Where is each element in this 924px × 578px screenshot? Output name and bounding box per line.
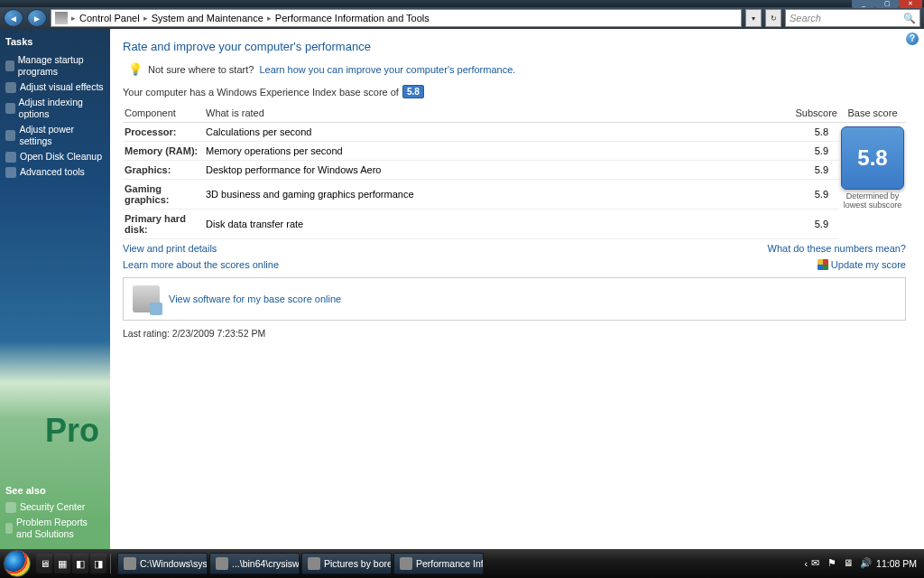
tray-icon[interactable]: 🔊 xyxy=(860,557,873,570)
task-visual-effects[interactable]: Adjust visual effects xyxy=(5,79,105,95)
seealso-problem-reports[interactable]: Problem Reports and Solutions xyxy=(5,515,105,542)
seealso-heading: See also xyxy=(5,485,105,496)
task-indexing[interactable]: Adjust indexing options xyxy=(5,95,105,122)
hint-text: Not sure where to start? xyxy=(148,64,254,75)
forward-button[interactable]: ► xyxy=(27,9,47,27)
col-basescore: Base score xyxy=(839,104,906,123)
tray-icon[interactable]: ⚑ xyxy=(827,557,840,570)
content-pane: ? Rate and improve your computer's perfo… xyxy=(110,29,924,549)
report-icon xyxy=(5,523,13,534)
chevron-right-icon: ▸ xyxy=(143,14,148,23)
task-advanced[interactable]: Advanced tools xyxy=(5,164,105,180)
col-component: Component xyxy=(123,104,204,123)
tray-icon[interactable]: ✉ xyxy=(811,557,824,570)
hint-link[interactable]: Learn how you can improve your computer'… xyxy=(259,64,515,75)
taskbar-item[interactable]: Performance Inform... xyxy=(393,553,484,574)
quicklaunch-app[interactable]: ◧ xyxy=(72,554,88,573)
task-manage-startup[interactable]: Manage startup programs xyxy=(5,52,105,79)
security-icon xyxy=(5,502,16,513)
titlebar: _ ▢ ✕ xyxy=(0,0,924,7)
seealso-security-center[interactable]: Security Center xyxy=(5,499,105,515)
close-button[interactable]: ✕ xyxy=(899,0,922,8)
navbar: ◄ ► ▸ Control Panel ▸ System and Mainten… xyxy=(0,7,924,29)
software-icon xyxy=(133,285,160,312)
shield-icon xyxy=(5,103,15,114)
col-subscore: Subscore xyxy=(785,104,839,123)
table-row: Processor:Calculations per second5.8 5.8… xyxy=(123,123,906,142)
quicklaunch-app2[interactable]: ◨ xyxy=(90,554,106,573)
page-title: Rate and improve your computer's perform… xyxy=(123,40,906,53)
search-input[interactable]: Search 🔍 xyxy=(785,9,920,27)
back-button[interactable]: ◄ xyxy=(4,9,23,27)
start-button[interactable] xyxy=(4,550,31,577)
maximize-button[interactable]: ▢ xyxy=(875,0,899,8)
watermark-text: Pro xyxy=(45,412,99,450)
bulb-icon: 💡 xyxy=(128,62,143,76)
quicklaunch-switch[interactable]: ▦ xyxy=(54,554,70,573)
system-tray: ‹ ✉ ⚑ 🖥 🔊 11:08 PM xyxy=(805,557,920,570)
crumb-system-maintenance[interactable]: System and Maintenance xyxy=(152,13,263,23)
tasks-heading: Tasks xyxy=(5,36,105,47)
shield-icon xyxy=(5,82,16,93)
table-row: Gaming graphics:3D business and gaming g… xyxy=(123,180,906,210)
last-rating-text: Last rating: 2/23/2009 7:23:52 PM xyxy=(123,328,906,339)
taskbar-item[interactable]: ...\bin64\crysiswarsd... xyxy=(209,553,300,574)
software-box: View software for my base score online xyxy=(123,277,906,321)
what-numbers-link[interactable]: What do these numbers mean? xyxy=(768,243,906,254)
breadcrumb[interactable]: ▸ Control Panel ▸ System and Maintenance… xyxy=(51,9,742,27)
clock[interactable]: 11:08 PM xyxy=(876,558,917,569)
browser-icon xyxy=(308,557,320,570)
learn-more-link[interactable]: Learn more about the scores online xyxy=(123,259,279,270)
score-badge: 5.8 xyxy=(402,85,424,98)
score-pretext: Your computer has a Windows Experience I… xyxy=(123,87,399,98)
breadcrumb-dropdown[interactable]: ▾ xyxy=(745,9,762,27)
refresh-button[interactable]: ↻ xyxy=(765,9,781,27)
taskbar: 🖥 ▦ ◧ ◨ C:\Windows\system... ...\bin64\c… xyxy=(0,549,924,578)
scores-table: Component What is rated Subscore Base sc… xyxy=(123,104,906,239)
help-icon[interactable]: ? xyxy=(906,33,919,45)
tray-icon[interactable]: 🖥 xyxy=(844,557,856,570)
view-print-link[interactable]: View and print details xyxy=(123,243,217,254)
task-disk-cleanup[interactable]: Open Disk Cleanup xyxy=(5,149,105,164)
chevron-right-icon: ▸ xyxy=(71,14,76,23)
table-row: Memory (RAM):Memory operations per secon… xyxy=(123,142,906,161)
minimize-button[interactable]: _ xyxy=(852,0,875,8)
shield-icon xyxy=(5,130,15,141)
taskbar-item[interactable]: C:\Windows\system... xyxy=(117,553,208,574)
base-score-box: 5.8 xyxy=(841,126,904,190)
perf-icon xyxy=(400,557,412,570)
search-placeholder: Search xyxy=(790,13,821,23)
crumb-performance[interactable]: Performance Information and Tools xyxy=(275,13,430,23)
task-power[interactable]: Adjust power settings xyxy=(5,122,105,149)
quicklaunch-desktop[interactable]: 🖥 xyxy=(36,554,52,573)
col-rated: What is rated xyxy=(204,104,785,123)
cmd-icon xyxy=(216,557,228,570)
sidebar: Tasks Manage startup programs Adjust vis… xyxy=(0,29,110,549)
update-score-link[interactable]: Update my score xyxy=(831,259,906,270)
tools-icon xyxy=(5,167,16,178)
tray-expand[interactable]: ‹ xyxy=(805,558,808,569)
taskbar-separator xyxy=(110,554,114,573)
startup-icon xyxy=(5,61,14,71)
base-score-caption: Determined by lowest subscore xyxy=(841,191,904,210)
shield-icon xyxy=(818,259,828,270)
cmd-icon xyxy=(124,557,136,570)
disk-icon xyxy=(5,152,16,163)
table-row: Graphics:Desktop performance for Windows… xyxy=(123,161,906,180)
view-software-link[interactable]: View software for my base score online xyxy=(169,294,341,304)
table-row: Primary hard disk:Disk data transfer rat… xyxy=(123,210,906,239)
taskbar-item[interactable]: Pictures by boredgu... xyxy=(301,553,392,574)
search-icon: 🔍 xyxy=(903,13,916,24)
computer-icon xyxy=(55,12,68,24)
chevron-right-icon: ▸ xyxy=(267,14,272,23)
crumb-control-panel[interactable]: Control Panel xyxy=(79,13,140,23)
